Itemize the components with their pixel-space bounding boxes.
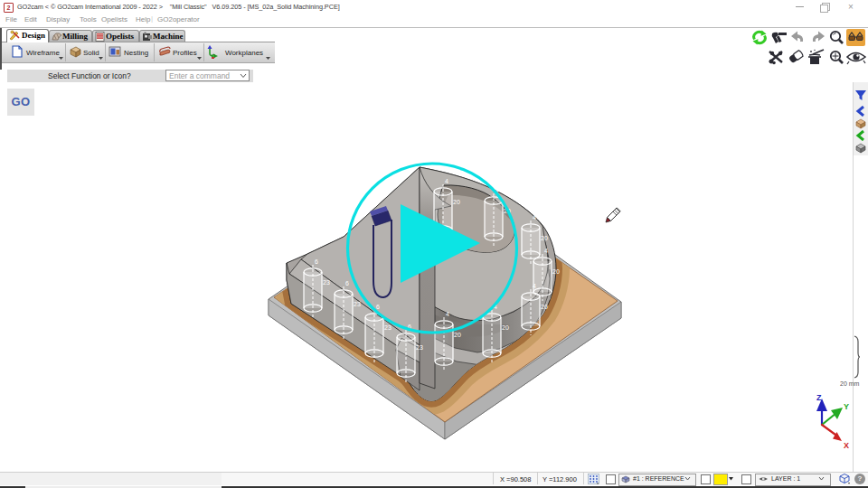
svg-text:X: X (844, 441, 849, 450)
svg-text:20: 20 (552, 268, 560, 275)
svg-text:23: 23 (416, 344, 423, 351)
svg-text:23: 23 (384, 324, 392, 331)
svg-text:Y: Y (844, 402, 849, 411)
svg-text:4: 4 (533, 214, 536, 221)
svg-text:20: 20 (541, 235, 548, 241)
svg-text:23: 23 (323, 279, 330, 286)
svg-text:4: 4 (446, 311, 449, 317)
svg-text:20: 20 (454, 332, 461, 338)
svg-text:Z: Z (816, 393, 822, 402)
svg-text:20: 20 (453, 199, 460, 205)
svg-text:4: 4 (445, 178, 448, 184)
svg-text:23: 23 (354, 301, 361, 307)
svg-text:20: 20 (502, 324, 509, 331)
svg-text:20: 20 (541, 304, 548, 310)
svg-text:4: 4 (544, 248, 548, 254)
svg-text:6: 6 (315, 258, 318, 265)
svg-text:6: 6 (345, 280, 349, 286)
svg-text:20 mm: 20 mm (840, 380, 860, 387)
svg-text:6: 6 (376, 304, 380, 310)
